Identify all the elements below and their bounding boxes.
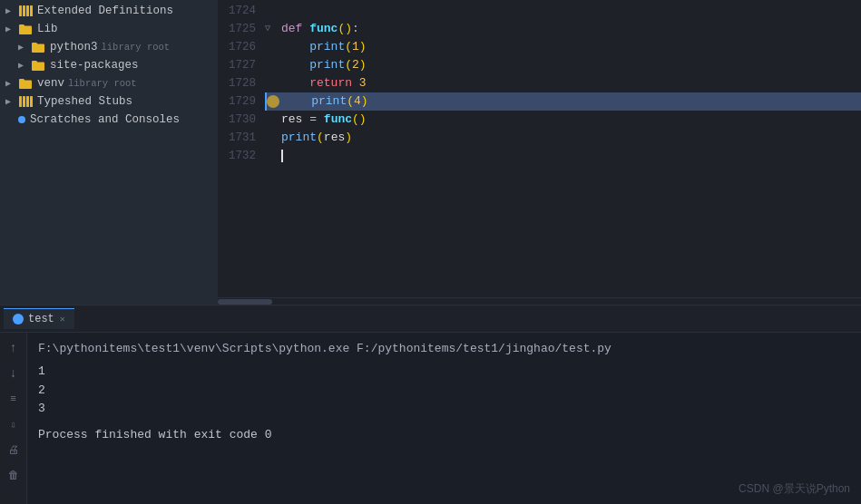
print-fn: print — [309, 56, 345, 74]
scroll-up-button[interactable]: ↑ — [4, 338, 24, 358]
stubs-icon — [18, 5, 33, 17]
sidebar-item-label: Extended Definitions — [37, 5, 173, 17]
line-number: 1730 — [218, 111, 256, 129]
close-tab-button[interactable]: ✕ — [60, 314, 65, 325]
print-fn: print — [309, 38, 345, 56]
paren: ( — [317, 129, 324, 147]
sidebar: ▶ Extended Definitions ▶ Lib ▶ python3 — [0, 0, 218, 305]
svg-rect-0 — [19, 5, 22, 16]
paren: ( — [347, 92, 354, 111]
line-number: 1731 — [218, 129, 256, 147]
terminal-tab[interactable]: test ✕ — [4, 308, 74, 329]
breakpoint-icon[interactable] — [267, 95, 279, 108]
paren: ( — [338, 20, 345, 38]
terminal-output: F:\pythonitems\test1\venv\Scripts\python… — [27, 333, 861, 504]
svg-rect-5 — [23, 96, 25, 107]
sidebar-item-label: site-packages — [50, 59, 139, 72]
folder-icon — [31, 41, 45, 53]
scrollbar-thumb[interactable] — [218, 299, 272, 305]
sidebar-item-site-packages[interactable]: ▶ site-packages — [0, 56, 218, 74]
svg-rect-7 — [30, 96, 33, 107]
editor-scrollbar[interactable] — [218, 297, 861, 305]
panel-sidebar: ↑ ↓ ≡ ⇩ 🖨 🗑 — [0, 333, 27, 504]
bottom-panel: test ✕ ↑ ↓ ≡ ⇩ 🖨 🗑 F:\pythonitems\test1\… — [0, 305, 861, 504]
collapse-icon[interactable]: ▽ — [265, 20, 278, 38]
svg-rect-1 — [23, 5, 25, 16]
scroll-down-button[interactable]: ↓ — [4, 363, 24, 383]
operator: = — [309, 111, 324, 129]
number: 2 — [352, 56, 359, 74]
function-name: func — [309, 20, 338, 38]
clear-button[interactable]: ≡ — [4, 389, 24, 409]
panel-content: ↑ ↓ ≡ ⇩ 🖨 🗑 F:\pythonitems\test1\venv\Sc… — [0, 333, 861, 504]
code-line-1732 — [265, 147, 861, 165]
print-button[interactable]: 🖨 — [4, 440, 24, 460]
variable: res — [281, 111, 309, 129]
line-number: 1724 — [218, 2, 256, 20]
code-line-1727: print(2) — [265, 56, 861, 74]
paren: ) — [359, 38, 367, 56]
folder-icon — [18, 77, 33, 90]
code-line-1731: print(res) — [265, 129, 861, 147]
indent — [281, 38, 309, 56]
sidebar-item-label: Lib — [37, 23, 58, 35]
sidebar-item-label: Scratches and Consoles — [30, 113, 180, 126]
sidebar-item-python3[interactable]: ▶ python3 library root — [0, 38, 218, 56]
main-area: ▶ Extended Definitions ▶ Lib ▶ python3 — [0, 0, 861, 305]
line-number: 1727 — [218, 56, 256, 74]
sidebar-item-sublabel: library root — [102, 42, 171, 53]
line-number: 1726 — [218, 38, 256, 56]
sidebar-item-label: Typeshed Stubs — [37, 95, 132, 108]
stubs-icon — [18, 95, 33, 108]
terminal-command: F:\pythonitems\test1\venv\Scripts\python… — [38, 340, 850, 359]
indent — [283, 92, 311, 111]
sidebar-item-venv[interactable]: ▶ venv library root — [0, 74, 218, 92]
sidebar-item-extended-defs[interactable]: ▶ Extended Definitions — [0, 2, 218, 20]
svg-rect-6 — [26, 96, 29, 107]
sidebar-item-typeshed-stubs[interactable]: ▶ Typeshed Stubs — [0, 92, 218, 111]
print-fn: print — [311, 92, 347, 111]
keyword-def: def — [281, 20, 309, 38]
line-number: 1725 — [218, 20, 256, 38]
paren: ) — [345, 20, 352, 38]
paren: ) — [359, 111, 367, 129]
tab-icon — [13, 314, 24, 325]
arrow-icon: ▶ — [5, 5, 18, 16]
code-text — [281, 2, 289, 20]
number: 4 — [354, 92, 361, 111]
folder-icon — [18, 23, 33, 35]
tab-label: test — [28, 313, 54, 325]
sidebar-item-sublabel: library root — [68, 78, 137, 89]
sidebar-item-lib[interactable]: ▶ Lib — [0, 20, 218, 38]
keyword-return: return — [309, 74, 359, 92]
paren: ) — [345, 129, 352, 147]
arrow-icon: ▶ — [5, 114, 18, 125]
print-fn: print — [281, 129, 317, 147]
output-line-2: 2 — [38, 382, 850, 401]
process-message: Process finished with exit code 0 — [38, 426, 850, 445]
number: 1 — [352, 38, 359, 56]
svg-rect-4 — [19, 96, 22, 107]
paren: ) — [361, 92, 368, 111]
watermark: CSDN @景天说Python — [739, 481, 850, 497]
delete-button[interactable]: 🗑 — [4, 465, 24, 485]
paren: ( — [345, 56, 352, 74]
line-number: 1729 — [218, 92, 256, 111]
arrow-icon: ▶ — [18, 60, 31, 71]
line-number: 1732 — [218, 147, 256, 165]
code-line-1729: print(4) — [265, 92, 861, 111]
function-name: func — [324, 111, 352, 129]
paren: ( — [345, 38, 352, 56]
paren: ) — [359, 56, 367, 74]
panel-tabs: test ✕ — [0, 305, 861, 333]
sidebar-item-label: python3 — [50, 41, 98, 53]
code-content[interactable]: ▽ def func(): print(1) print(2) — [265, 0, 861, 297]
operator: : — [352, 20, 359, 38]
sidebar-item-scratches[interactable]: ▶ Scratches and Consoles — [0, 111, 218, 129]
pin-button[interactable]: ⇩ — [4, 414, 24, 434]
sidebar-item-label: venv — [37, 77, 64, 90]
folder-icon — [31, 59, 45, 72]
line-numbers: 1724 1725 1726 1727 1728 1729 1730 1731 … — [218, 0, 265, 297]
code-line-1726: print(1) — [265, 38, 861, 56]
editor-area: 1724 1725 1726 1727 1728 1729 1730 1731 … — [218, 0, 861, 305]
